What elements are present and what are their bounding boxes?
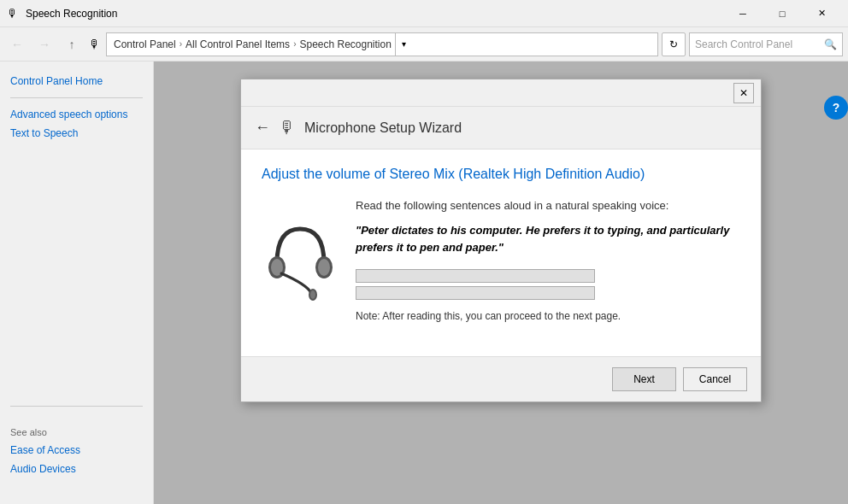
dialog-footer: Next Cancel bbox=[241, 356, 761, 401]
dialog-body: Adjust the volume of Stereo Mix (Realtek… bbox=[241, 149, 761, 356]
dialog-close-button[interactable]: ✕ bbox=[733, 83, 754, 103]
volume-meter bbox=[356, 269, 740, 300]
volume-slider-track[interactable] bbox=[356, 286, 595, 300]
dialog-header: ← 🎙 Microphone Setup Wizard bbox=[241, 107, 761, 149]
headset-illustration bbox=[262, 199, 339, 322]
svg-point-5 bbox=[310, 290, 315, 299]
address-box[interactable]: Control Panel › All Control Panel Items … bbox=[106, 32, 658, 56]
dialog-content-row: Read the following sentences aloud in a … bbox=[262, 199, 740, 322]
title-bar: 🎙 Speech Recognition ─ □ ✕ bbox=[0, 0, 848, 27]
search-box[interactable]: Search Control Panel 🔍 bbox=[689, 32, 843, 56]
mic-address-icon: 🎙 bbox=[89, 38, 101, 51]
dialog-header-icon: 🎙 bbox=[279, 118, 296, 138]
sidebar-item-control-panel-home[interactable]: Control Panel Home bbox=[0, 72, 153, 91]
minimize-button[interactable]: ─ bbox=[723, 0, 763, 27]
sep1: › bbox=[180, 39, 182, 49]
up-button[interactable]: ↑ bbox=[60, 32, 84, 56]
content-area: ? ✕ ← 🎙 Microphone Setup Wizard bbox=[154, 62, 848, 504]
breadcrumb-speech[interactable]: Speech Recognition bbox=[299, 38, 391, 50]
sidebar: Control Panel Home Advanced speech optio… bbox=[0, 62, 154, 504]
modal-overlay: ✕ ← 🎙 Microphone Setup Wizard Adjust the… bbox=[154, 62, 848, 504]
breadcrumb-control-panel[interactable]: Control Panel bbox=[114, 38, 176, 50]
window-controls: ─ □ ✕ bbox=[723, 0, 841, 27]
search-placeholder: Search Control Panel bbox=[695, 38, 792, 50]
svg-point-3 bbox=[318, 259, 330, 276]
dialog-quote: "Peter dictates to his computer. He pref… bbox=[356, 222, 740, 255]
back-arrow-button[interactable]: ← bbox=[255, 119, 270, 137]
refresh-button[interactable]: ↻ bbox=[662, 32, 686, 56]
dialog-instruction: Read the following sentences aloud in a … bbox=[356, 199, 740, 212]
dialog-note: Note: After reading this, you can procee… bbox=[356, 310, 740, 322]
dialog-header-title: Microphone Setup Wizard bbox=[304, 120, 462, 136]
breadcrumb-all-items[interactable]: All Control Panel Items bbox=[186, 38, 290, 50]
sidebar-item-audio-devices[interactable]: Audio Devices bbox=[0, 460, 153, 478]
dialog-text-section: Read the following sentences aloud in a … bbox=[356, 199, 740, 322]
address-dropdown-button[interactable]: ▾ bbox=[395, 32, 412, 56]
forward-button[interactable]: → bbox=[32, 32, 56, 56]
main-layout: Control Panel Home Advanced speech optio… bbox=[0, 62, 848, 504]
volume-bar-track bbox=[356, 269, 595, 283]
sep2: › bbox=[293, 39, 296, 49]
sidebar-divider bbox=[10, 97, 143, 98]
app-icon: 🎙 bbox=[7, 7, 21, 21]
dialog-page-title: Adjust the volume of Stereo Mix (Realtek… bbox=[262, 167, 740, 182]
cancel-button[interactable]: Cancel bbox=[683, 367, 747, 391]
search-icon: 🔍 bbox=[824, 38, 837, 50]
microphone-setup-dialog: ✕ ← 🎙 Microphone Setup Wizard Adjust the… bbox=[240, 79, 762, 402]
sidebar-item-ease-of-access[interactable]: Ease of Access bbox=[0, 441, 153, 460]
back-button[interactable]: ← bbox=[5, 32, 29, 56]
maximize-button[interactable]: □ bbox=[763, 0, 802, 27]
sidebar-divider-2 bbox=[10, 406, 143, 407]
sidebar-item-text-to-speech[interactable]: Text to Speech bbox=[0, 124, 153, 143]
next-button[interactable]: Next bbox=[612, 367, 676, 391]
address-bar: ← → ↑ 🎙 Control Panel › All Control Pane… bbox=[0, 27, 848, 62]
window-close-button[interactable]: ✕ bbox=[802, 0, 841, 27]
help-button[interactable]: ? bbox=[824, 96, 848, 120]
dialog-titlebar: ✕ bbox=[241, 79, 761, 107]
sidebar-item-advanced-speech[interactable]: Advanced speech options bbox=[0, 105, 153, 124]
see-also-title: See also bbox=[0, 413, 153, 441]
app-title: Speech Recognition bbox=[26, 8, 723, 20]
